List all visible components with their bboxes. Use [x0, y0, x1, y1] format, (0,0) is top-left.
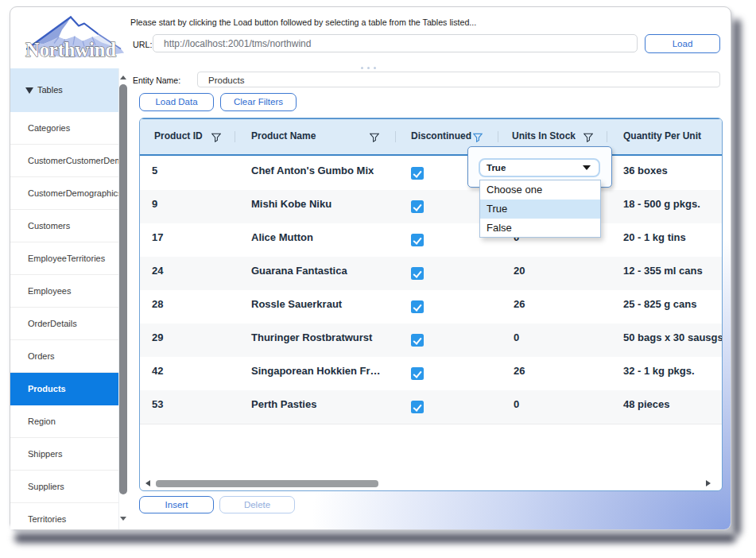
svg-text:Northwind: Northwind: [25, 39, 116, 60]
